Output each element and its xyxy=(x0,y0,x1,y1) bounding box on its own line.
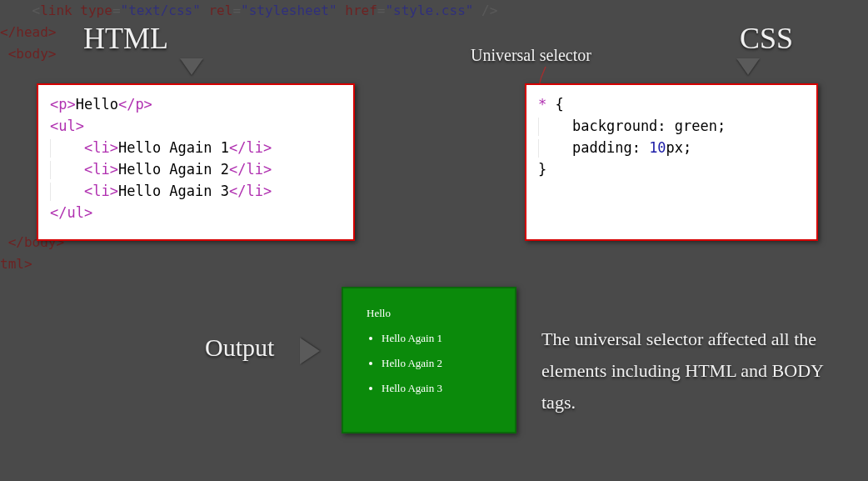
html-heading: HTML xyxy=(83,21,168,56)
html-code-box: <p>Hello</p> <ul> <li>Hello Again 1</li>… xyxy=(37,83,355,241)
universal-selector-label: Universal selector xyxy=(471,46,591,65)
list-item: Hello Again 1 xyxy=(382,332,500,345)
output-paragraph: Hello xyxy=(367,307,500,320)
chevron-down-icon xyxy=(180,58,203,75)
explanation-text: The universal selector affected all the … xyxy=(541,323,841,418)
chevron-right-icon xyxy=(300,338,320,364)
list-item: Hello Again 3 xyxy=(382,382,500,395)
chevron-down-icon xyxy=(736,58,760,75)
output-render-box: Hello Hello Again 1 Hello Again 2 Hello … xyxy=(342,287,516,433)
output-list: Hello Again 1 Hello Again 2 Hello Again … xyxy=(358,332,500,395)
css-heading: CSS xyxy=(740,21,793,56)
css-code-box: * { background: green; padding: 10px; } xyxy=(525,83,818,241)
output-heading: Output xyxy=(205,333,274,362)
list-item: Hello Again 2 xyxy=(382,357,500,370)
